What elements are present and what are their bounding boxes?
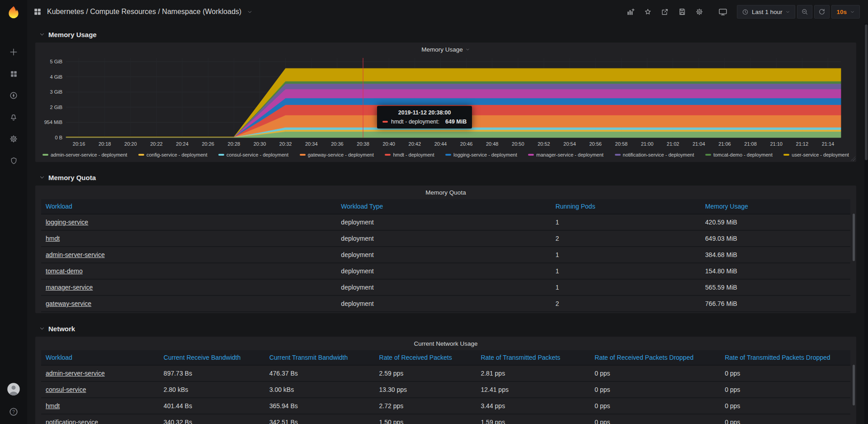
dashboards-button[interactable] xyxy=(5,66,23,81)
sidebar-bottom: ? xyxy=(5,381,23,419)
memory-quota-panel-title[interactable]: Memory Quota xyxy=(35,186,856,199)
section-memory-usage[interactable]: Memory Usage xyxy=(35,26,856,43)
workload-link[interactable]: tomcat-demo xyxy=(46,267,83,275)
workload-cell: tomcat-demo xyxy=(41,263,336,279)
table-cell: 3.00 kBs xyxy=(265,381,375,398)
table-cell: deployment xyxy=(336,295,551,312)
create-button[interactable] xyxy=(5,44,23,60)
table-cell: 0 pps xyxy=(720,381,850,398)
table-scrollbar[interactable] xyxy=(853,365,855,405)
panel-resize-handle[interactable] xyxy=(851,157,855,161)
legend-item-user-service[interactable]: user-service - deployment xyxy=(783,152,849,157)
table-cell: 0 pps xyxy=(590,381,720,398)
workload-link[interactable]: admin-server-service xyxy=(46,251,105,258)
caret-down-icon xyxy=(465,47,470,52)
legend-item-admin-server-service[interactable]: admin-server-service - deployment xyxy=(42,152,127,157)
column-header-rate-of-received-packets-dropped[interactable]: Rate of Received Packets Dropped xyxy=(590,350,720,365)
legend-label: config-service - deployment xyxy=(146,152,208,157)
alerting-button[interactable] xyxy=(5,110,23,125)
zoom-out-button[interactable] xyxy=(797,5,812,19)
table-row: admin-server-service897.73 Bs476.37 Bs2.… xyxy=(41,365,850,381)
x-axis-tick-label: 20:28 xyxy=(228,141,241,147)
workload-link[interactable]: hmdt xyxy=(46,402,60,410)
table-row: hmdt401.44 Bs365.94 Bs2.72 pps3.44 pps0 … xyxy=(41,398,850,414)
refresh-interval-picker[interactable]: 10s xyxy=(831,5,860,19)
x-axis-tick-label: 20:22 xyxy=(150,141,163,147)
table-cell: 897.73 Bs xyxy=(159,365,265,381)
svg-text:?: ? xyxy=(12,410,15,414)
workload-link[interactable]: notification-service xyxy=(46,419,98,424)
x-axis-tick-label: 20:40 xyxy=(382,141,395,147)
column-header-memory-usage[interactable]: Memory Usage xyxy=(701,199,850,214)
grafana-logo[interactable] xyxy=(0,0,27,24)
memory-usage-chart[interactable]: 0 B954 MiB2 GiB3 GiB4 GiB5 GiB20:1620:18… xyxy=(38,56,847,149)
x-axis-tick-label: 20:26 xyxy=(202,141,214,147)
column-header-rate-of-transmitted-packets-dropped[interactable]: Rate of Transmitted Packets Dropped xyxy=(720,350,850,365)
section-memory-quota[interactable]: Memory Quota xyxy=(35,169,856,186)
refresh-button[interactable] xyxy=(814,5,830,19)
help-button[interactable]: ? xyxy=(5,404,23,419)
section-network[interactable]: Network xyxy=(35,320,856,337)
workload-link[interactable]: logging-service xyxy=(46,219,88,226)
dashboards-icon xyxy=(9,70,18,78)
dashboard-settings-button[interactable] xyxy=(692,5,707,19)
legend-item-logging-service[interactable]: logging-service - deployment xyxy=(445,152,517,157)
star-button[interactable] xyxy=(640,5,656,19)
table-row: hmdtdeployment2649.03 MiB xyxy=(41,230,850,247)
cycle-view-button[interactable] xyxy=(715,5,731,19)
table-cell: 1 xyxy=(551,247,701,263)
workload-link[interactable]: admin-server-service xyxy=(46,370,105,377)
y-axis-tick-label: 2 GiB xyxy=(50,105,62,110)
column-header-workload[interactable]: Workload xyxy=(41,350,159,365)
table-cell: 1 xyxy=(551,263,701,279)
legend-item-notification-service[interactable]: notification-service - deployment xyxy=(615,152,694,157)
chevron-down-icon xyxy=(39,174,45,181)
legend-item-tomcat-demo[interactable]: tomcat-demo - deployment xyxy=(705,152,773,157)
explore-button[interactable] xyxy=(5,88,23,103)
column-header-current-transmit-bandwidth[interactable]: Current Transmit Bandwidth xyxy=(265,350,375,365)
column-header-rate-of-transmitted-packets[interactable]: Rate of Transmitted Packets xyxy=(476,350,590,365)
memory-quota-table: WorkloadWorkload TypeRunning PodsMemory … xyxy=(41,199,850,312)
save-button[interactable] xyxy=(675,5,690,19)
time-range-picker[interactable]: Last 1 hour xyxy=(737,5,796,19)
configuration-button[interactable] xyxy=(5,131,23,147)
sidebar: ? xyxy=(0,0,27,424)
workload-cell: admin-server-service xyxy=(41,365,159,381)
legend-item-consul-service[interactable]: consul-service - deployment xyxy=(218,152,288,157)
legend-item-hmdt[interactable]: hmdt - deployment xyxy=(385,152,434,157)
column-header-workload-type[interactable]: Workload Type xyxy=(336,199,551,214)
legend-item-gateway-service[interactable]: gateway-service - deployment xyxy=(300,152,374,157)
time-controls: Last 1 hour 10s xyxy=(737,5,860,19)
memory-usage-panel-title[interactable]: Memory Usage xyxy=(38,43,854,56)
explore-icon xyxy=(9,91,18,100)
dashboard-breadcrumb[interactable]: Kubernetes / Compute Resources / Namespa… xyxy=(33,8,253,16)
share-icon xyxy=(661,8,669,16)
legend-item-config-service[interactable]: config-service - deployment xyxy=(138,152,208,157)
column-header-workload[interactable]: Workload xyxy=(41,199,336,214)
add-panel-button[interactable] xyxy=(623,5,638,19)
user-avatar[interactable] xyxy=(5,381,23,397)
workload-link[interactable]: gateway-service xyxy=(46,300,91,307)
workload-cell: gateway-service xyxy=(41,295,336,312)
x-axis-tick-label: 20:24 xyxy=(176,141,189,147)
workload-link[interactable]: hmdt xyxy=(46,235,60,242)
x-axis-tick-label: 20:56 xyxy=(589,141,602,147)
workload-link[interactable]: consul-service xyxy=(46,386,86,393)
column-header-current-receive-bandwidth[interactable]: Current Receive Bandwidth xyxy=(159,350,265,365)
share-button[interactable] xyxy=(657,5,673,19)
legend-item-manager-service[interactable]: manager-service - deployment xyxy=(528,152,604,157)
server-admin-button[interactable] xyxy=(5,153,23,168)
page-scrollbar[interactable] xyxy=(864,24,868,424)
column-header-rate-of-received-packets[interactable]: Rate of Received Packets xyxy=(375,350,476,365)
table-scrollbar[interactable] xyxy=(853,214,855,261)
workload-cell: logging-service xyxy=(41,214,336,230)
workload-link[interactable]: manager-service xyxy=(46,284,93,291)
workload-cell: hmdt xyxy=(41,398,159,414)
network-panel-title[interactable]: Current Network Usage xyxy=(35,337,856,350)
column-header-running-pods[interactable]: Running Pods xyxy=(551,199,701,214)
table-cell: 154.80 MiB xyxy=(701,263,850,279)
table-cell: 2 xyxy=(551,230,701,247)
caret-down-icon xyxy=(247,9,253,15)
section-title: Network xyxy=(48,325,75,333)
page-scrollbar-thumb[interactable] xyxy=(865,24,868,160)
